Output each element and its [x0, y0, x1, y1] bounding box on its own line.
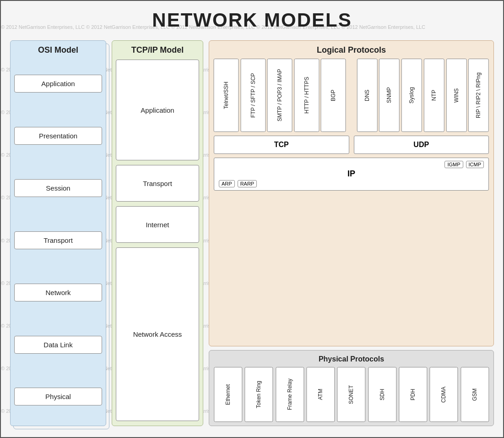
phys-proto-token-ring: Token Ring [244, 367, 273, 422]
proto-http: HTTP / HTTPS [294, 59, 320, 132]
proto-syslog: Syslog [401, 59, 422, 132]
tcpip-layer-internet: Internet [116, 206, 199, 243]
app-proto-group-right: DNS SNMP Syslog NTP WINS RIP \ RIP2 \ RI… [357, 59, 489, 132]
rarp-badge: RARP [238, 180, 257, 187]
proto-ntp: NTP [424, 59, 444, 132]
tcpip-layer-transport: Transport [116, 165, 199, 202]
proto-dns: DNS [357, 59, 378, 132]
proto-snmp: SNMP [379, 59, 400, 132]
app-protocols-row: Telnet/SSH FTP / SFTP / SCP SMTP / POP3 … [214, 59, 489, 132]
proto-wins: WINS [446, 59, 467, 132]
proto-rip: RIP \ RIP2 \ RIPng [468, 59, 489, 132]
ip-label: IP [219, 169, 484, 179]
physical-protocols-row: Ethernet Token Ring Frame Relay ATM SONE… [214, 367, 489, 422]
osi-model-column: OSI Model Application Presentation Sessi… [10, 40, 106, 426]
proto-ftp: FTP / SFTP / SCP [241, 59, 266, 132]
proto-bgp: BGP [321, 59, 346, 132]
igmp-badge: IGMP [444, 161, 463, 168]
icmp-badge: ICMP [466, 161, 484, 168]
osi-layer-application: Application [14, 75, 102, 93]
tcpip-model-column: TCP/IP Model Application Transport Inter… [112, 40, 203, 426]
physical-protocols-title: Physical Protocols [214, 355, 489, 363]
proto-smtp: SMTP / POP3 / IMAP [267, 59, 293, 132]
tcpip-layers: Application Transport Internet Network A… [116, 60, 199, 421]
ip-top-badges: IGMP ICMP [219, 161, 484, 168]
logical-protocols: Logical Protocols Telnet/SSH FTP / SFTP … [209, 40, 494, 346]
main-title: NETWORK MODELS [1, 9, 503, 31]
phys-proto-sdh: SDH [368, 367, 396, 422]
main-container: © 2012 NetGarrison Enterprises, LLC © 20… [0, 0, 504, 438]
protocols-column: Logical Protocols Telnet/SSH FTP / SFTP … [209, 40, 494, 426]
osi-layer-physical: Physical [14, 388, 102, 405]
tcp-box: TCP [214, 136, 349, 154]
osi-layer-session: Session [14, 179, 102, 197]
transport-row: TCP UDP [214, 136, 489, 154]
tcpip-model-title: TCP/IP Model [116, 45, 199, 55]
udp-box: UDP [354, 136, 489, 154]
osi-layer-network: Network [14, 284, 102, 301]
tcpip-layer-network-access: Network Access [116, 247, 199, 421]
proto-telnet-ssh: Telnet/SSH [214, 59, 239, 132]
phys-proto-frame-relay: Frame Relay [276, 367, 304, 422]
proto-group-gap [348, 59, 355, 132]
phys-proto-cdma: CDMA [429, 367, 458, 422]
osi-layer-presentation: Presentation [14, 127, 102, 145]
osi-layers: Application Presentation Session Transpo… [14, 60, 102, 421]
phys-proto-sonet: SONET [337, 367, 365, 422]
tcpip-layer-application: Application [116, 60, 199, 160]
app-proto-group-left: Telnet/SSH FTP / SFTP / SCP SMTP / POP3 … [214, 59, 346, 132]
phys-proto-pdh: PDH [399, 367, 427, 422]
title-area: NETWORK MODELS [1, 1, 503, 36]
phys-proto-gsm: GSM [461, 367, 489, 422]
phys-proto-atm: ATM [306, 367, 335, 422]
ip-layer: IGMP ICMP IP ARP RARP [214, 158, 489, 191]
osi-layer-datalink: Data Link [14, 336, 102, 354]
logical-protocols-title: Logical Protocols [214, 45, 489, 55]
osi-layer-transport: Transport [14, 231, 102, 249]
ip-bottom-badges: ARP RARP [219, 180, 484, 187]
osi-model-title: OSI Model [14, 45, 102, 55]
phys-proto-ethernet: Ethernet [214, 367, 242, 422]
content-area: OSI Model Application Presentation Sessi… [1, 36, 503, 435]
arp-badge: ARP [219, 180, 235, 187]
physical-protocols: Physical Protocols Ethernet Token Ring F… [209, 350, 494, 426]
